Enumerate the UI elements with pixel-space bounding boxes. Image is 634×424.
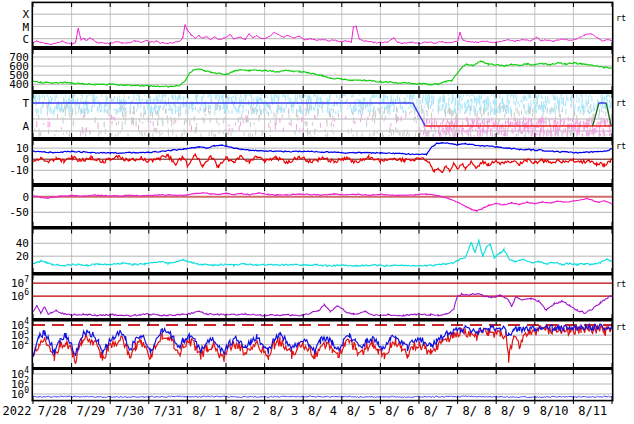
- proton-flux-line: [33, 293, 612, 316]
- realtime-label: rt: [616, 98, 626, 108]
- x-tick-label: 8/ 1: [192, 404, 221, 418]
- y-tick-label: -50: [9, 206, 29, 219]
- x-tick-label: 7/28: [38, 404, 67, 418]
- x-tick-label: 8/ 7: [424, 404, 453, 418]
- x-tick-label: 8/ 4: [308, 404, 337, 418]
- panel-dst: [33, 187, 612, 226]
- panel-separator: [32, 367, 613, 370]
- day-ticks: [33, 141, 612, 183]
- panel-separator: [32, 318, 613, 322]
- panel-imf: [33, 141, 612, 183]
- panel-bottom: [33, 370, 612, 400]
- panel-speed: [33, 50, 612, 90]
- x-tick-label: 7/29: [76, 404, 105, 418]
- y-tick-label: A: [22, 120, 29, 133]
- x-tick-label: 8/ 2: [231, 404, 260, 418]
- x-tick-label: 8/ 5: [347, 404, 376, 418]
- panel-separator: [32, 183, 613, 187]
- y-tick-label: 0: [22, 191, 29, 204]
- y-tick-label: T: [22, 97, 29, 110]
- y-tick-label: -10: [9, 164, 29, 177]
- x-tick-label: 8/ 6: [385, 404, 414, 418]
- x-tick-label: 8/ 3: [269, 404, 298, 418]
- xray-flux-line: [33, 25, 612, 45]
- x-tick-label: 8/10: [540, 404, 569, 418]
- x-tick-label: 8/11: [578, 404, 607, 418]
- year-axis-label: 2022: [3, 404, 32, 418]
- panel-separator: [32, 226, 613, 230]
- panel-separator: [32, 137, 613, 141]
- panel-separator: [32, 46, 613, 50]
- realtime-label: rt: [616, 54, 626, 64]
- y-tick-label: 20: [16, 250, 29, 263]
- realtime-label: rt: [616, 13, 626, 23]
- solar-terrestrial-plot: 2022 XMCrt700600500400rtTArt100-10rt0-50…: [0, 0, 634, 424]
- panel-separator: [32, 272, 613, 276]
- panel-protons: [33, 276, 612, 319]
- wind-speed-line: [33, 61, 612, 87]
- noise-band: [35, 127, 607, 137]
- panel-separator: [32, 90, 613, 94]
- y-tick-label: X: [22, 8, 29, 21]
- day-ticks: [33, 276, 612, 319]
- multi-panel-chart: XMCrt700600500400rtTArt100-10rt0-5040201…: [0, 0, 634, 424]
- y-tick-label: 100: [11, 386, 29, 401]
- realtime-label: rt: [616, 279, 626, 289]
- y-tick-label: 106: [11, 288, 29, 303]
- y-tick-label: 400: [9, 78, 29, 91]
- panel-density: [33, 230, 612, 273]
- x-tick-label: 7/30: [115, 404, 144, 418]
- y-tick-label: C: [22, 33, 29, 46]
- x-tick-label: 8/ 8: [462, 404, 491, 418]
- y-tick-label: 40: [16, 237, 29, 250]
- panel-electrons: [33, 322, 612, 368]
- realtime-label: rt: [616, 141, 626, 151]
- background-level-line: [33, 396, 612, 398]
- x-tick-label: 8/ 9: [501, 404, 530, 418]
- panel-xray: [33, 3, 612, 46]
- realtime-label: rt: [616, 322, 626, 332]
- y-tick-label: M: [22, 21, 29, 34]
- y-tick-label: 102: [11, 337, 29, 352]
- day-ticks: [33, 187, 612, 226]
- noise-band: [34, 95, 612, 116]
- dst-index-line: [33, 193, 612, 212]
- day-gridlines: [72, 276, 574, 319]
- x-tick-label: 7/31: [154, 404, 183, 418]
- panel-status: [33, 94, 612, 137]
- day-gridlines: [72, 187, 574, 226]
- imf-bt-line: [33, 143, 612, 155]
- density-line: [33, 240, 612, 266]
